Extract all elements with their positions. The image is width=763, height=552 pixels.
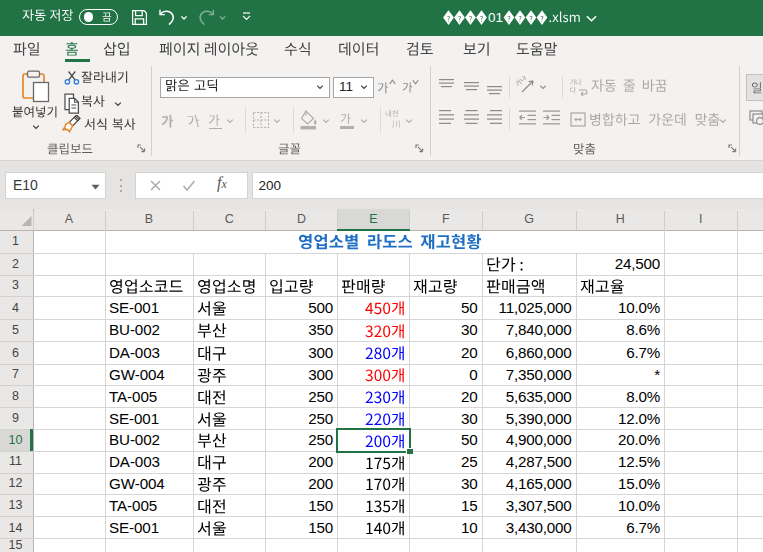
svg-text:01: 01 — [488, 10, 503, 25]
